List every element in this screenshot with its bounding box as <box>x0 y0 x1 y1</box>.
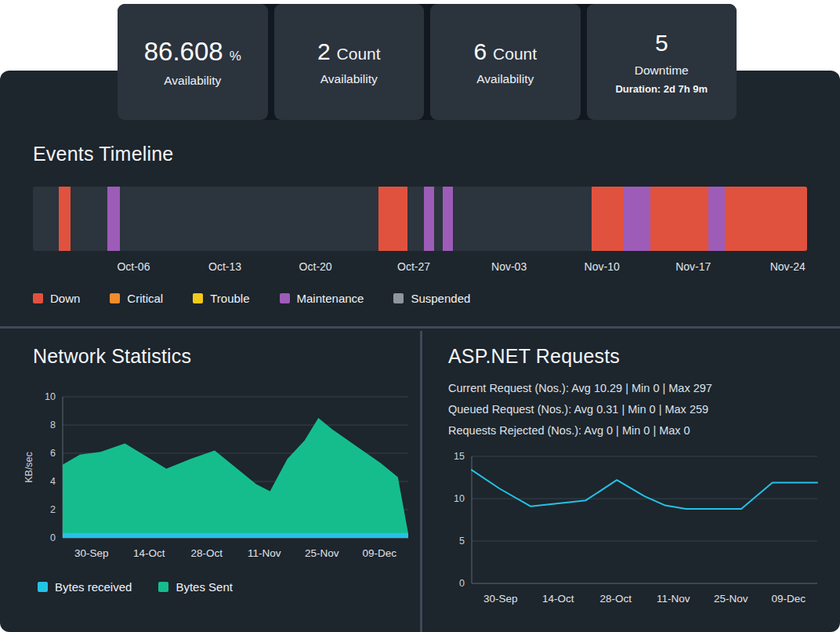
timeline-segment-down[interactable] <box>378 187 408 251</box>
network-statistics-title: Network Statistics <box>33 345 191 368</box>
stat-card-downtime[interactable]: 5 Downtime Duration: 2d 7h 9m <box>587 4 737 120</box>
legend-label: Maintenance <box>297 292 364 305</box>
svg-text:14-Oct: 14-Oct <box>542 593 574 605</box>
timeline-segment-down[interactable] <box>592 187 624 251</box>
svg-text:4: 4 <box>50 476 56 487</box>
downtime-value: 5 <box>655 30 668 56</box>
availability-count-unit: Count <box>337 45 381 64</box>
legend-item-down[interactable]: Down <box>33 292 80 305</box>
timeline-segment-maintenance[interactable] <box>424 187 434 251</box>
timeline-segment-down[interactable] <box>59 187 71 251</box>
svg-text:0: 0 <box>50 532 56 543</box>
legend-label: Critical <box>127 292 163 305</box>
legend-swatch <box>38 582 48 592</box>
events-legend: DownCriticalTroubleMaintenanceSuspended <box>33 292 470 305</box>
card-label-downtime: Downtime <box>635 64 689 78</box>
svg-text:10: 10 <box>45 391 56 402</box>
svg-text:2: 2 <box>50 504 56 515</box>
svg-text:10: 10 <box>454 493 465 504</box>
svg-text:28-Oct: 28-Oct <box>599 593 632 605</box>
legend-item-maintenance[interactable]: Maintenance <box>280 292 364 305</box>
svg-text:28-Oct: 28-Oct <box>190 547 223 559</box>
legend-swatch <box>158 582 168 592</box>
legend-swatch <box>110 293 120 303</box>
legend-item-suspended[interactable]: Suspended <box>393 292 470 305</box>
svg-text:25-Nov: 25-Nov <box>305 547 339 559</box>
card-label-availability: Availability <box>320 72 378 86</box>
timeline-segment-maintenance[interactable] <box>624 187 651 251</box>
aspnet-requests-chart: 05101530-Sep14-Oct28-Oct11-Nov25-Nov09-D… <box>440 449 828 621</box>
downtime-duration: Duration: 2d 7h 9m <box>615 83 708 95</box>
card-label-availability: Availability <box>476 72 534 86</box>
timeline-axis-label: Oct-06 <box>117 260 150 273</box>
card-value-line: 5 <box>655 30 668 56</box>
stat-card-availability-count-2[interactable]: 6 Count Availability <box>430 4 581 120</box>
availability-count-unit: Count <box>493 45 537 64</box>
svg-text:09-Dec: 09-Dec <box>771 593 806 605</box>
stat-card-availability-count-1[interactable]: 2 Count Availability <box>274 4 425 120</box>
svg-text:11-Nov: 11-Nov <box>657 593 690 605</box>
stat-cards-row: 86.608 % Availability 2 Count Availabili… <box>118 4 737 120</box>
svg-text:8: 8 <box>50 420 56 430</box>
svg-text:6: 6 <box>50 448 56 459</box>
svg-text:15: 15 <box>454 451 465 462</box>
dashboard-panel: Events Timeline Oct-06Oct-13Oct-20Oct-27… <box>0 71 840 632</box>
legend-label: Bytes Sent <box>176 580 233 594</box>
legend-item-bytes-sent[interactable]: Bytes Sent <box>158 580 233 594</box>
availability-count-value: 6 <box>473 38 487 65</box>
svg-text:09-Dec: 09-Dec <box>362 547 396 559</box>
legend-item-bytes-received[interactable]: Bytes received <box>38 580 132 594</box>
timeline-axis-label: Oct-27 <box>397 260 430 273</box>
legend-label: Down <box>50 292 80 305</box>
timeline-axis-label: Nov-24 <box>770 260 806 273</box>
svg-text:14-Oct: 14-Oct <box>133 547 165 559</box>
stat-line-queued-request: Queued Request (Nos.): Avg 0.31 | Min 0 … <box>448 399 712 420</box>
legend-label: Suspended <box>411 292 470 305</box>
timeline-segment-down[interactable] <box>650 187 708 251</box>
stat-line-current-request: Current Request (Nos.): Avg 10.29 | Min … <box>448 378 712 399</box>
timeline-axis-label: Nov-10 <box>585 260 620 273</box>
legend-swatch <box>393 293 404 303</box>
availability-count-value: 2 <box>317 38 331 65</box>
timeline-segment-maintenance[interactable] <box>443 187 454 251</box>
svg-text:30-Sep: 30-Sep <box>483 593 518 605</box>
card-value-line: 6 Count <box>473 38 537 65</box>
legend-swatch <box>33 293 43 303</box>
legend-swatch <box>280 293 290 303</box>
svg-text:25-Nov: 25-Nov <box>714 593 748 605</box>
timeline-segment-down[interactable] <box>725 187 807 251</box>
svg-text:11-Nov: 11-Nov <box>248 547 281 559</box>
timeline-axis-label: Nov-17 <box>675 260 711 273</box>
network-legend: Bytes receivedBytes Sent <box>38 580 233 594</box>
svg-text:30-Sep: 30-Sep <box>74 547 109 559</box>
timeline-axis-label: Oct-13 <box>208 260 241 273</box>
svg-text:KB/sec: KB/sec <box>24 452 34 483</box>
availability-percent-value: 86.608 <box>144 37 223 67</box>
legend-label: Bytes received <box>55 580 132 594</box>
timeline-axis-label: Oct-20 <box>299 260 332 273</box>
availability-percent-unit: % <box>230 49 241 64</box>
svg-text:5: 5 <box>459 536 465 547</box>
timeline-track <box>33 187 807 251</box>
events-timeline-title: Events Timeline <box>33 143 173 165</box>
vertical-divider <box>420 331 422 632</box>
stat-line-requests-rejected: Requests Rejected (Nos.): Avg 0 | Min 0 … <box>448 420 712 441</box>
legend-label: Trouble <box>210 292 249 305</box>
stat-card-availability-percent[interactable]: 86.608 % Availability <box>118 4 268 120</box>
legend-item-critical[interactable]: Critical <box>110 292 163 305</box>
timeline-segment-maintenance[interactable] <box>708 187 726 251</box>
timeline-axis-label: Nov-03 <box>491 260 527 273</box>
legend-swatch <box>193 293 203 303</box>
legend-item-trouble[interactable]: Trouble <box>193 292 249 305</box>
card-value-line: 86.608 % <box>144 37 241 67</box>
svg-text:0: 0 <box>459 578 465 589</box>
timeline-axis: Oct-06Oct-13Oct-20Oct-27Nov-03Nov-10Nov-… <box>33 260 807 276</box>
aspnet-requests-title: ASP.NET Requests <box>448 345 620 368</box>
aspnet-stats: Current Request (Nos.): Avg 10.29 | Min … <box>448 378 712 441</box>
network-statistics-chart: 024681030-Sep14-Oct28-Oct11-Nov25-Nov09-… <box>22 386 418 574</box>
timeline-segment-maintenance[interactable] <box>107 187 120 251</box>
card-label-availability: Availability <box>164 74 221 88</box>
card-value-line: 2 Count <box>317 38 381 65</box>
horizontal-divider <box>0 326 840 329</box>
